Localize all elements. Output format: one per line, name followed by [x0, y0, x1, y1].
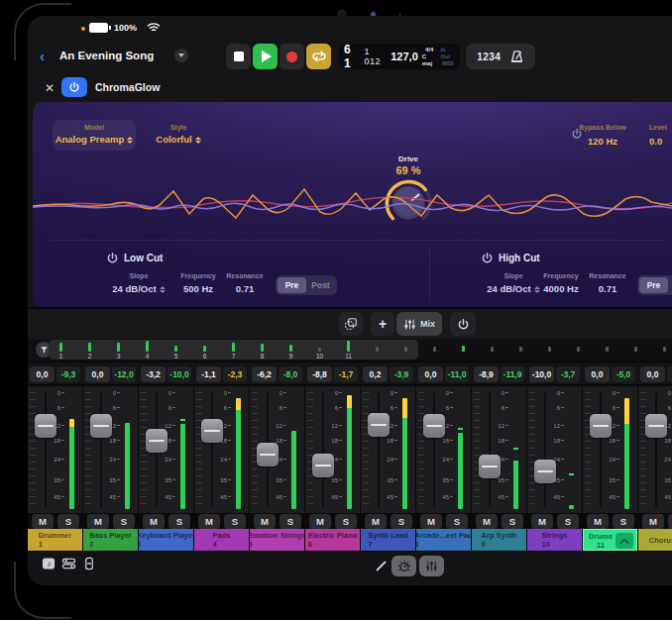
mute-button[interactable]: M [642, 514, 664, 529]
track-name-cell[interactable]: Pads 4 [194, 529, 249, 551]
db-scale-label: 24 [165, 457, 175, 463]
channel-strip: -10,0 -3,7 061218243545 M S Strings 10 [527, 362, 582, 551]
volume-readout[interactable]: -3,2 [141, 366, 166, 382]
loops-browser-button[interactable]: ♪ [42, 557, 56, 574]
volume-readout[interactable]: 0,0 [585, 366, 610, 382]
db-scale-label: 24 [498, 457, 508, 463]
db-scale-label: 18 [54, 438, 64, 444]
plugins-button[interactable] [61, 557, 76, 574]
mixer-view-button[interactable] [419, 556, 444, 576]
fader-rail [544, 392, 546, 507]
volume-readout[interactable]: 0,2 [363, 366, 388, 382]
mute-button[interactable]: M [420, 514, 442, 529]
db-scale-label: 45 [664, 494, 672, 500]
fader-controls-button[interactable] [83, 557, 95, 574]
db-scale-label: 12 [276, 423, 286, 429]
db-scale-label: 35 [387, 477, 397, 483]
mute-button[interactable]: M [531, 514, 553, 529]
smart-controls-button[interactable] [392, 556, 416, 576]
fader-track: 061218243545 [250, 386, 304, 513]
solo-button[interactable]: S [446, 514, 468, 529]
track-name: Pads [213, 531, 231, 540]
track-name: Keyboard Player [139, 531, 193, 540]
track-name: Arp Synth [482, 531, 517, 540]
solo-button[interactable]: S [668, 514, 672, 529]
volume-readout[interactable]: -1,1 [196, 366, 221, 382]
fader-rail [322, 392, 324, 507]
mute-button[interactable]: M [587, 514, 609, 529]
fader-track: 061218243545 [83, 386, 138, 513]
track-name-cell[interactable]: Bass Player 2 [83, 529, 138, 551]
solo-button[interactable]: S [168, 514, 190, 529]
mute-button[interactable]: M [32, 514, 54, 529]
peak-readout: -12,0 [112, 366, 136, 382]
level-meter [291, 431, 296, 509]
solo-button[interactable]: S [613, 514, 634, 529]
volume-readout[interactable]: 0,0 [85, 366, 110, 382]
mute-button[interactable]: M [365, 514, 387, 529]
solo-button[interactable]: S [57, 514, 79, 529]
mute-button[interactable]: M [309, 514, 331, 529]
db-scale-label: 6 [335, 405, 342, 411]
track-name: Electric Piano [308, 531, 358, 540]
mute-button[interactable]: M [198, 514, 220, 529]
dial-icon [397, 560, 411, 573]
db-scale-label: 6 [57, 405, 64, 411]
solo-button[interactable]: S [391, 514, 412, 529]
db-scale-label: 18 [609, 438, 619, 444]
volume-readout[interactable]: -8,9 [474, 366, 499, 382]
db-scale-label: 24 [54, 457, 64, 463]
solo-button[interactable]: S [335, 514, 357, 529]
volume-readout[interactable]: -6,2 [252, 366, 277, 382]
db-scale: 061218243545 [160, 386, 177, 513]
track-name: Emotion Strings [250, 531, 304, 540]
track-name-cell[interactable]: Chorus V [638, 529, 672, 551]
db-scale-label: 0 [224, 390, 231, 396]
volume-readout[interactable]: -10,0 [529, 366, 554, 382]
track-name-cell[interactable]: Drums 11 [583, 529, 637, 551]
collapse-button[interactable] [616, 533, 633, 549]
level-meter [236, 398, 241, 509]
db-scale-label: 18 [664, 438, 672, 444]
level-meter [458, 433, 463, 509]
track-name-cell[interactable]: Keyboard Player 3 [139, 529, 193, 551]
mute-button[interactable]: M [87, 514, 109, 529]
db-scale-label: 24 [276, 457, 286, 463]
mute-button[interactable]: M [143, 514, 165, 529]
track-name-cell[interactable]: Arp Synth 9 [472, 529, 526, 551]
solo-button[interactable]: S [113, 514, 135, 529]
solo-button[interactable]: S [502, 514, 523, 529]
db-scale-label: 0 [613, 390, 619, 396]
solo-button[interactable]: S [280, 514, 301, 529]
db-scale-label: 45 [387, 494, 397, 500]
db-scale-label: 12 [664, 423, 672, 429]
track-name-cell[interactable]: Emotion Strings 5 [250, 529, 304, 551]
track-name-cell[interactable]: Drummer 1 [28, 529, 82, 551]
level-meter [69, 419, 74, 509]
db-scale-label: 24 [664, 457, 672, 463]
db-scale: 061218243545 [104, 386, 122, 513]
db-scale-label: 24 [220, 457, 231, 463]
solo-button[interactable]: S [224, 514, 246, 529]
mute-button[interactable]: M [476, 514, 498, 529]
solo-button[interactable]: S [557, 514, 579, 529]
track-name-cell[interactable]: Strings 10 [527, 529, 582, 551]
volume-readout[interactable]: 0,0 [30, 366, 55, 382]
db-scale: 061218243545 [271, 386, 288, 513]
track-name-cell[interactable]: Arcade...eet Pad 8 [416, 529, 471, 551]
track-name-cell[interactable]: Synth Lead 7 [361, 529, 415, 551]
volume-readout[interactable]: 0,0 [640, 366, 665, 382]
mute-button[interactable]: M [254, 514, 276, 529]
peak-readout: -9,3 [56, 366, 80, 382]
channel-strip: 0,0 -11,0 061218243545 M S Arcade...eet … [416, 362, 471, 551]
db-scale-label: 0 [446, 390, 453, 396]
channel-strip: -6,2 -8,0 061218243545 M S Emotion Strin… [250, 362, 304, 551]
volume-readout[interactable]: 0,0 [418, 366, 443, 382]
track-name-cell[interactable]: Electric Piano 6 [305, 529, 360, 551]
track-name: Arcade...eet Pad [416, 531, 471, 540]
volume-readout[interactable]: -8,8 [307, 366, 332, 382]
edit-pencil-button[interactable] [375, 559, 388, 576]
channel-strip: 0,2 -3,9 061218243545 M S Synth Lead 7 [361, 362, 415, 551]
db-scale-label: 6 [391, 405, 397, 411]
db-scale-label: 24 [609, 457, 619, 463]
